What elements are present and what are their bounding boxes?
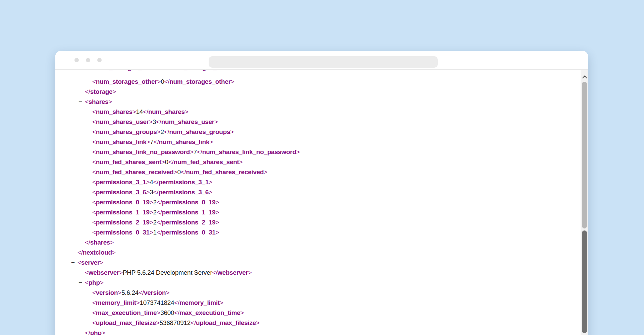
xml-bracket: </ [157,219,162,226]
xml-bracket: </ [197,148,202,155]
xml-bracket: < [92,128,96,135]
xml-bracket: > [220,299,223,306]
xml-bracket: < [92,299,96,306]
xml-line: </storage> [55,87,581,97]
scrollbar-thumb-secondary[interactable] [582,82,587,228]
xml-tag-name: webserver [89,269,119,276]
xml-tag-name: num_fed_shares_sent [174,158,239,165]
xml-bracket: > [112,88,116,95]
xml-bracket: > [216,199,219,206]
xml-bracket: </ [164,128,169,135]
xml-tag-name: permissions_2_19 [162,219,216,226]
xml-bracket: < [77,259,81,266]
window-control-dot[interactable] [86,58,90,62]
xml-bracket: </ [174,309,179,316]
xml-bracket: </ [156,118,161,125]
xml-bracket: </ [164,78,169,85]
xml-bracket: < [92,169,96,176]
xml-bracket: > [264,169,267,176]
xml-value: 1 [162,70,165,71]
xml-bracket: < [92,319,96,326]
xml-bracket: < [92,309,96,316]
xml-tag-name: permissions_0_31 [162,229,216,236]
xml-bracket: </ [157,209,162,216]
xml-bracket: > [158,70,162,71]
xml-tag-name: permissions_3_1 [96,179,146,186]
xml-bracket: </ [157,199,162,206]
xml-bracket: < [92,289,96,296]
address-bar[interactable] [209,56,438,68]
xml-bracket: > [132,108,136,115]
scroll-up-button[interactable] [581,73,588,80]
xml-bracket: < [92,70,96,71]
xml-bracket: </ [153,189,159,196]
xml-bracket: > [146,179,150,186]
xml-bracket: > [185,108,189,115]
xml-line: </nextcloud> [55,248,581,258]
collapse-toggle[interactable]: − [78,278,82,288]
xml-value: 1073741824 [140,299,174,306]
xml-line: <memory_limit>1073741824</memory_limit> [55,298,581,308]
xml-value: 0 [161,78,164,85]
xml-bracket: > [216,229,219,236]
xml-bracket: < [92,118,96,125]
xml-line: <permissions_0_19>2</permissions_0_19> [55,197,581,207]
xml-tag-name: permissions_1_19 [96,209,150,216]
xml-line: −<php> [55,278,581,288]
xml-tag-name: num_storages_other [169,78,231,85]
xml-bracket: </ [157,229,162,236]
chevron-up-icon [582,75,587,78]
window-control-dot[interactable] [74,58,79,62]
xml-tag-name: nextcloud [83,249,112,256]
xml-bracket: > [100,279,104,286]
xml-line: <permissions_2_19>2</permissions_2_19> [55,217,581,227]
xml-bracket: </ [139,289,144,296]
xml-tag-name: num_shares_link [96,138,147,145]
xml-bracket: > [118,289,121,296]
xml-bracket: </ [85,88,90,95]
xml-bracket: > [209,179,212,186]
window-control-dot[interactable] [97,58,102,62]
xml-bracket: </ [165,70,171,71]
xml-bracket: </ [174,299,179,306]
xml-tag-name: num_fed_shares_received [186,169,264,176]
xml-bracket: > [157,128,161,135]
xml-bracket: </ [212,269,218,276]
xml-bracket: > [150,209,153,216]
xml-line: <permissions_0_31>1</permissions_0_31> [55,227,581,238]
xml-bracket: < [92,78,96,85]
xml-tag-name: permissions_3_6 [96,189,146,196]
scrollbar-track[interactable] [581,70,588,335]
xml-tag-name: storage [90,88,113,95]
xml-bracket: > [102,329,105,335]
xml-tag-name: memory_limit [96,299,136,306]
xml-bracket: > [150,219,153,226]
xml-bracket: < [92,138,96,145]
xml-bracket: < [92,148,96,155]
xml-line: −<shares> [55,97,581,107]
xml-tag-name: permissions_2_19 [96,219,150,226]
xml-tag-name: num_shares_link_no_password [96,148,190,155]
xml-bracket: > [157,78,161,85]
xml-bracket: < [92,199,96,206]
collapse-toggle[interactable]: − [78,97,82,107]
scrollbar-thumb[interactable] [582,230,587,333]
xml-bracket: </ [77,249,83,256]
xml-bracket: > [149,118,153,125]
xml-bracket: </ [85,329,90,335]
xml-tag-name: max_execution_time [179,309,240,316]
collapse-toggle[interactable]: − [71,258,75,268]
xml-bracket: > [216,209,219,216]
xml-line: <webserver>PHP 5.6.24 Development Server… [55,268,581,278]
xml-tag-name: version [96,289,118,296]
xml-value: 2 [153,219,157,226]
xml-bracket: > [147,138,150,145]
xml-bracket: </ [143,108,148,115]
xml-value: 2 [160,128,164,135]
xml-line: <max_execution_time>3600</max_execution_… [55,308,581,318]
xml-tag-name: num_shares_link [159,138,209,145]
xml-bracket: > [231,78,234,85]
xml-bracket: > [156,319,160,326]
xml-bracket: > [150,199,153,206]
xml-value: 536870912 [160,319,191,326]
